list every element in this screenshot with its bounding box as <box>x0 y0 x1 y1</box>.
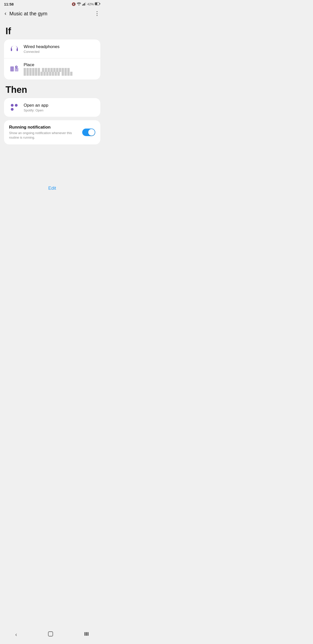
notification-text: Running notification Show an ongoing not… <box>9 125 82 140</box>
svg-rect-7 <box>11 49 12 51</box>
wired-headphones-title: Wired headphones <box>24 44 95 49</box>
edit-button[interactable]: Edit <box>42 184 62 193</box>
headphones-icon <box>9 44 20 54</box>
battery-text: 42% <box>87 2 94 6</box>
status-time: 11:58 <box>4 2 14 6</box>
then-section: Then Open an app Spotify: Open <box>4 85 100 144</box>
condition-wired-headphones[interactable]: Wired headphones Connected <box>4 39 100 58</box>
signal-icon <box>82 2 86 6</box>
edit-bar: Edit <box>0 178 104 197</box>
svg-rect-2 <box>84 3 85 6</box>
more-button[interactable]: ⋮ <box>93 9 101 18</box>
svg-rect-8 <box>17 49 18 51</box>
status-bar: 11:58 🔇 42% <box>0 0 104 7</box>
svg-rect-5 <box>95 3 97 5</box>
page-title: Music at the gym <box>9 11 47 17</box>
battery-icon <box>95 2 100 6</box>
svg-rect-3 <box>85 2 86 6</box>
if-conditions-card: Wired headphones Connected Place <box>4 39 100 79</box>
back-button[interactable]: ‹ <box>4 9 7 18</box>
svg-rect-9 <box>10 66 14 71</box>
action-open-app[interactable]: Open an app Spotify: Open <box>4 98 100 117</box>
then-label: Then <box>6 85 100 95</box>
place-icon <box>9 64 20 74</box>
mute-icon: 🔇 <box>72 2 76 6</box>
dot-4 <box>15 108 18 111</box>
running-notification-toggle[interactable] <box>82 129 95 136</box>
svg-rect-1 <box>83 4 84 6</box>
open-app-title: Open an app <box>24 103 95 108</box>
wifi-icon <box>77 2 81 6</box>
notification-title: Running notification <box>9 125 78 130</box>
wired-headphones-text: Wired headphones Connected <box>24 44 95 54</box>
wired-headphones-subtitle: Connected <box>24 50 95 54</box>
open-app-text: Open an app Spotify: Open <box>24 103 95 112</box>
top-bar: ‹ Music at the gym ⋮ <box>0 7 104 21</box>
place-title: Place <box>24 62 95 67</box>
dot-3 <box>11 108 14 111</box>
place-subtitle: ██████ ██████████ █████████████ ████ <box>24 68 95 75</box>
place-text: Place ██████ ██████████ █████████████ ██… <box>24 62 95 75</box>
dot-1 <box>11 104 14 107</box>
svg-rect-6 <box>100 3 100 5</box>
running-notification-card: Running notification Show an ongoing not… <box>4 120 100 144</box>
open-app-subtitle: Spotify: Open <box>24 108 95 112</box>
notification-desc: Show an ongoing notification whenever th… <box>9 131 78 140</box>
toggle-knob <box>88 129 95 136</box>
then-actions-card: Open an app Spotify: Open <box>4 98 100 117</box>
if-label: If <box>6 26 100 36</box>
main-content: If Wired headphones Connected <box>0 21 104 148</box>
open-app-icon <box>9 102 20 113</box>
condition-place[interactable]: Place ██████ ██████████ █████████████ ██… <box>4 58 100 79</box>
status-icons: 🔇 42% <box>72 2 100 6</box>
svg-rect-10 <box>15 68 18 71</box>
dot-2 <box>15 104 18 107</box>
svg-rect-0 <box>82 5 83 6</box>
svg-point-12 <box>16 66 17 67</box>
